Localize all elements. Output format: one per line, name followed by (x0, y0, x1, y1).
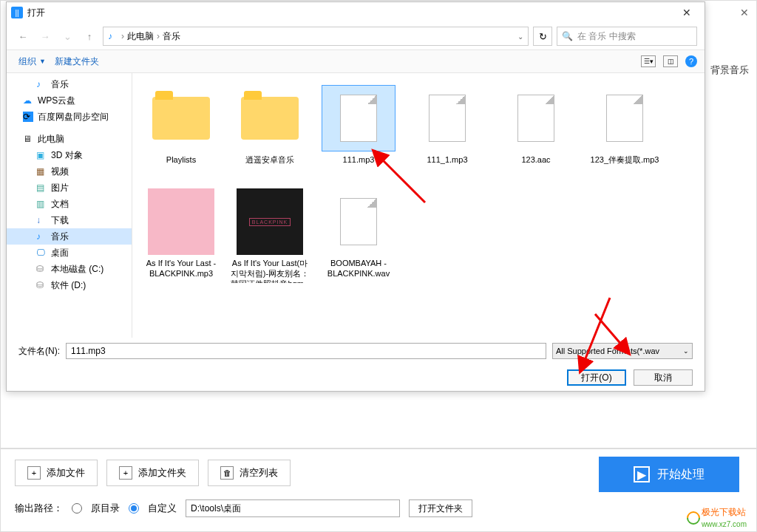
trash-icon: 🗑 (220, 466, 234, 480)
sidebar-item-label: 音乐 (51, 231, 69, 243)
radio-original-label: 原目录 (91, 502, 120, 515)
file-label: 123.aac (521, 154, 550, 165)
sidebar-item-label: 下载 (51, 214, 69, 227)
filename-label: 文件名(N): (18, 345, 60, 358)
background-close-icon[interactable]: ✕ (740, 7, 749, 18)
file-label: Playlists (166, 154, 196, 165)
output-path-input[interactable] (186, 499, 400, 517)
file-label: 123_伴奏提取.mp3 (591, 154, 659, 165)
search-placeholder: 在 音乐 中搜索 (577, 30, 636, 43)
pic-icon: ▤ (36, 183, 47, 193)
preview-pane-button[interactable]: ◫ (663, 55, 678, 67)
cube-icon: ▣ (36, 150, 47, 160)
watermark-logo-icon (684, 508, 702, 527)
refresh-button[interactable]: ↻ (533, 27, 552, 46)
open-button[interactable]: 打开(O) (567, 369, 626, 386)
forward-button: → (36, 27, 54, 45)
play-icon: ▶ (634, 466, 650, 482)
vid-icon: ▦ (36, 166, 47, 177)
search-icon: 🔍 (562, 31, 573, 41)
folder-plus-icon: + (119, 466, 132, 480)
filename-row: 文件名(N): All Supported Formats(*.wav ⌄ (7, 338, 705, 364)
chevron-down-icon[interactable]: ⌄ (517, 33, 523, 41)
add-folder-button[interactable]: +添加文件夹 (106, 460, 199, 486)
album-art-icon: BLACKPINK (237, 188, 303, 255)
add-file-button[interactable]: +添加文件 (15, 460, 98, 486)
file-item[interactable]: BOOMBAYAH - BLACKPINK.wav (314, 184, 403, 287)
sidebar-item-label: 音乐 (51, 78, 69, 91)
new-folder-button[interactable]: 新建文件夹 (50, 54, 103, 69)
sidebar-item[interactable]: 🖵桌面 (7, 245, 132, 261)
recent-chevron-icon[interactable]: ⌄ (58, 27, 76, 45)
file-icon (340, 95, 377, 142)
chevron-down-icon: ▼ (39, 58, 46, 65)
radio-custom-dir[interactable] (129, 503, 139, 514)
sidebar-item[interactable]: ↓下载 (7, 212, 132, 228)
file-item[interactable]: BLACKPINKAs If It's Your Last(마지막처럼)-网友别… (225, 184, 314, 287)
filter-text: All Supported Formats(*.wav (556, 347, 659, 355)
background-label: 背景音乐 (710, 64, 749, 77)
breadcrumb-item[interactable]: 此电脑 (127, 30, 154, 43)
file-label: 111.mp3 (343, 154, 375, 165)
watermark: 极光下载站www.xz7.com (687, 506, 747, 529)
sidebar-item[interactable]: ☁WPS云盘 (7, 92, 132, 109)
help-icon[interactable]: ? (685, 55, 697, 67)
file-label: As If It's Your Last - BLACKPINK.mp3 (141, 258, 221, 279)
file-list[interactable]: Playlists逍遥安卓音乐111.mp3111_1.mp3123.aac12… (132, 73, 705, 338)
folder-icon (152, 97, 210, 140)
file-icon (429, 95, 466, 142)
sidebar-item[interactable]: ▣3D 对象 (7, 147, 132, 163)
organize-menu[interactable]: 组织▼ (14, 54, 50, 69)
disk-icon: ⛁ (36, 280, 47, 290)
sidebar-item-label: 百度网盘同步空间 (38, 111, 109, 123)
open-folder-button[interactable]: 打开文件夹 (409, 499, 472, 517)
file-item[interactable]: 逍遥安卓音乐 (225, 81, 314, 184)
back-button[interactable]: ← (14, 27, 32, 45)
chevron-right-icon: › (157, 31, 160, 41)
view-mode-button[interactable]: ☰▾ (641, 55, 656, 67)
sidebar-item[interactable]: ▥文档 (7, 196, 132, 212)
disk-icon: ⛁ (36, 264, 47, 274)
sidebar-item[interactable]: ⛁本地磁盘 (C:) (7, 261, 132, 277)
breadcrumb-item[interactable]: 音乐 (163, 30, 180, 43)
file-item[interactable]: Playlists (137, 81, 225, 184)
start-process-button[interactable]: ▶ 开始处理 (599, 457, 739, 492)
file-item[interactable]: 123_伴奏提取.mp3 (580, 81, 669, 184)
sidebar-item[interactable]: ▦视频 (7, 163, 132, 180)
sidebar-item[interactable]: ⛁软件 (D:) (7, 277, 132, 293)
app-icon: || (11, 7, 23, 18)
breadcrumb-bar[interactable]: ♪ › 此电脑 › 音乐 ⌄ (103, 27, 529, 46)
chevron-down-icon: ⌄ (683, 347, 689, 355)
file-label: 111_1.mp3 (427, 154, 467, 165)
radio-original-dir[interactable] (72, 503, 82, 514)
up-button[interactable]: ↑ (81, 27, 98, 45)
output-path-label: 输出路径： (15, 502, 63, 515)
sidebar-item-label: 桌面 (51, 247, 69, 259)
file-label: 逍遥安卓音乐 (245, 154, 294, 165)
file-icon (606, 95, 643, 142)
desk-icon: 🖵 (36, 248, 47, 258)
dialog-titlebar: || 打开 ✕ (7, 2, 705, 23)
cancel-button[interactable]: 取消 (634, 369, 693, 386)
sidebar-item-label: 图片 (51, 182, 69, 194)
sidebar-item[interactable]: ♪音乐 (7, 228, 132, 245)
sidebar-item-label: 本地磁盘 (C:) (51, 263, 103, 276)
filename-input[interactable] (66, 343, 546, 359)
file-label: BOOMBAYAH - BLACKPINK.wav (319, 258, 398, 279)
file-item[interactable]: As If It's Your Last - BLACKPINK.mp3 (137, 184, 225, 287)
file-item[interactable]: 111_1.mp3 (403, 81, 492, 184)
pc-icon: 🖥 (23, 134, 33, 144)
sidebar-item-label: 文档 (51, 198, 69, 211)
sidebar-item[interactable]: ⟳百度网盘同步空间 (7, 109, 132, 125)
dl-icon: ↓ (36, 215, 47, 225)
file-item[interactable]: 123.aac (492, 81, 580, 184)
file-type-filter[interactable]: All Supported Formats(*.wav ⌄ (552, 343, 693, 359)
sidebar-item[interactable]: ♪音乐 (7, 76, 132, 92)
file-item[interactable]: 111.mp3 (314, 81, 403, 184)
close-icon[interactable]: ✕ (673, 7, 700, 18)
search-input[interactable]: 🔍 在 音乐 中搜索 (557, 27, 697, 46)
sidebar-item[interactable]: 🖥此电脑 (7, 131, 132, 147)
sidebar-item[interactable]: ▤图片 (7, 180, 132, 196)
album-art-icon (148, 188, 214, 255)
clear-list-button[interactable]: 🗑清空列表 (208, 460, 291, 486)
